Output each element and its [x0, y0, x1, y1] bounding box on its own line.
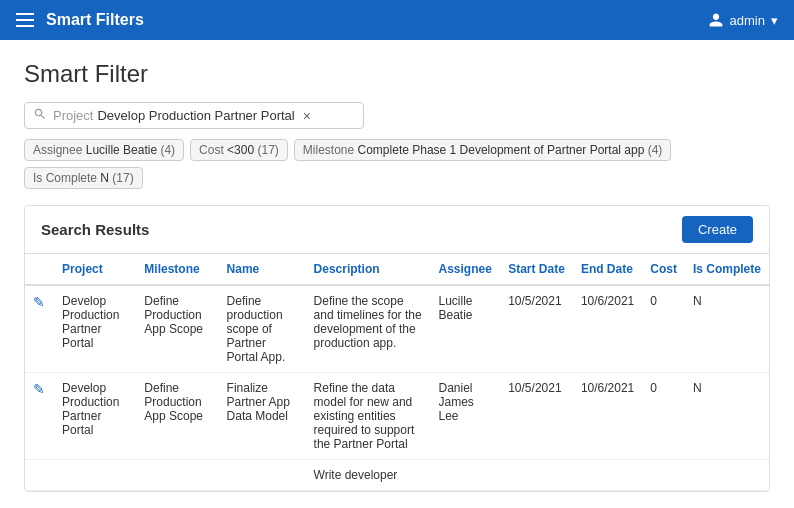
cell-project	[54, 460, 136, 491]
cell-startdate: 10/5/2021	[500, 373, 573, 460]
cell-iscomplete: N	[685, 373, 769, 460]
cell-enddate: 10/6/2021	[573, 373, 642, 460]
col-header-project: Project	[54, 254, 136, 285]
edit-icon[interactable]: ✎	[33, 381, 45, 397]
results-table: Project Milestone Name Description Assig…	[25, 254, 769, 491]
cell-iscomplete	[685, 460, 769, 491]
table-row: Write developer	[25, 460, 769, 491]
create-button[interactable]: Create	[682, 216, 753, 243]
edit-icon[interactable]: ✎	[33, 294, 45, 310]
header-row: Project Milestone Name Description Assig…	[25, 254, 769, 285]
cell-assignee	[431, 460, 501, 491]
nav-title: Smart Filters	[46, 11, 144, 29]
filter-chip[interactable]: Assignee Lucille Beatie (4)	[24, 139, 184, 161]
cell-name	[219, 460, 306, 491]
cell-project: Develop Production Partner Portal	[54, 285, 136, 373]
col-header-iscomplete: Is Complete	[685, 254, 769, 285]
search-icon	[33, 107, 47, 124]
cell-description: Write developer	[306, 460, 431, 491]
cell-assignee: Lucille Beatie	[431, 285, 501, 373]
col-header-cost: Cost	[642, 254, 685, 285]
cell-milestone	[136, 460, 218, 491]
cell-description: Refine the data model for new and existi…	[306, 373, 431, 460]
edit-cell	[25, 460, 54, 491]
col-header-enddate: End Date	[573, 254, 642, 285]
table-body: ✎ Develop Production Partner Portal Defi…	[25, 285, 769, 491]
cell-enddate: 10/6/2021	[573, 285, 642, 373]
user-chevron[interactable]: ▾	[771, 13, 778, 28]
cell-startdate: 10/5/2021	[500, 285, 573, 373]
cell-name: Define production scope of Partner Porta…	[219, 285, 306, 373]
top-nav: Smart Filters admin ▾	[0, 0, 794, 40]
filter-chips: Assignee Lucille Beatie (4)Cost <300 (17…	[24, 139, 770, 189]
user-name: admin	[730, 13, 765, 28]
search-tag: Project Develop Production Partner Porta…	[53, 108, 295, 123]
search-clear-button[interactable]: ×	[303, 109, 311, 123]
user-icon	[708, 12, 724, 28]
edit-cell: ✎	[25, 285, 54, 373]
cell-startdate	[500, 460, 573, 491]
cell-assignee: Daniel James Lee	[431, 373, 501, 460]
table-header: Project Milestone Name Description Assig…	[25, 254, 769, 285]
cell-cost: 0	[642, 373, 685, 460]
cell-enddate	[573, 460, 642, 491]
cell-milestone: Define Production App Scope	[136, 373, 218, 460]
cell-iscomplete: N	[685, 285, 769, 373]
results-section: Search Results Create Project Milestone …	[24, 205, 770, 492]
filter-chip[interactable]: Cost <300 (17)	[190, 139, 288, 161]
col-header-name: Name	[219, 254, 306, 285]
nav-user[interactable]: admin ▾	[708, 12, 778, 28]
search-label: Project	[53, 108, 93, 123]
main-content: Smart Filter Project Develop Production …	[0, 40, 794, 508]
page-title: Smart Filter	[24, 60, 770, 88]
nav-left: Smart Filters	[16, 11, 144, 29]
table-row: ✎ Develop Production Partner Portal Defi…	[25, 285, 769, 373]
edit-cell: ✎	[25, 373, 54, 460]
filter-chip[interactable]: Is Complete N (17)	[24, 167, 143, 189]
search-bar[interactable]: Project Develop Production Partner Porta…	[24, 102, 364, 129]
col-header-description: Description	[306, 254, 431, 285]
cell-project: Develop Production Partner Portal	[54, 373, 136, 460]
cell-milestone: Define Production App Scope	[136, 285, 218, 373]
col-header-icon	[25, 254, 54, 285]
cell-cost: 0	[642, 285, 685, 373]
results-header: Search Results Create	[25, 206, 769, 254]
col-header-milestone: Milestone	[136, 254, 218, 285]
hamburger-menu[interactable]	[16, 13, 34, 27]
table-row: ✎ Develop Production Partner Portal Defi…	[25, 373, 769, 460]
cell-cost	[642, 460, 685, 491]
filter-chip[interactable]: Milestone Complete Phase 1 Development o…	[294, 139, 672, 161]
cell-description: Define the scope and timelines for the d…	[306, 285, 431, 373]
cell-name: Finalize Partner App Data Model	[219, 373, 306, 460]
col-header-assignee: Assignee	[431, 254, 501, 285]
results-title: Search Results	[41, 221, 149, 238]
col-header-startdate: Start Date	[500, 254, 573, 285]
search-value: Develop Production Partner Portal	[97, 108, 294, 123]
